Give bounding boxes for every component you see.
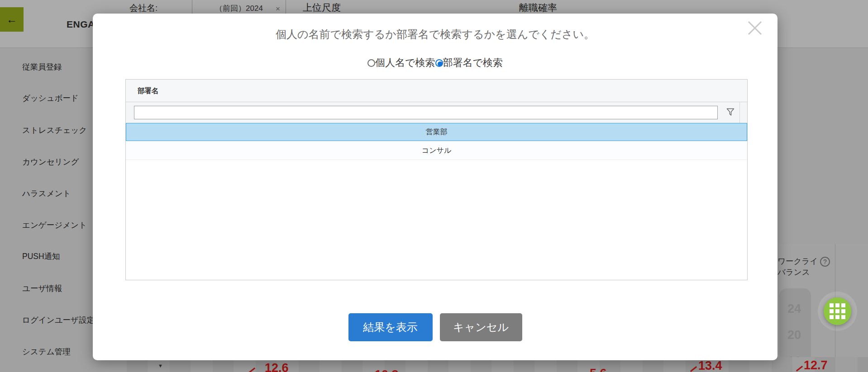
department-filter-input[interactable]	[134, 106, 718, 119]
dialog-button-row: 結果を表示 キャンセル	[93, 313, 777, 341]
radio-label: 個人名で検索	[375, 56, 435, 70]
radio-search-by-person[interactable]: 個人名で検索	[367, 56, 435, 70]
show-results-button[interactable]: 結果を表示	[348, 313, 433, 341]
radio-circle-icon	[367, 59, 375, 67]
table-row-sales-dept[interactable]: 営業部	[126, 123, 747, 141]
radio-circle-icon	[435, 59, 443, 67]
filter-gutter-divider	[739, 102, 740, 123]
search-mode-radio-group: 個人名で検索 部署名で検索	[93, 56, 777, 70]
table-row-consulting[interactable]: コンサル	[126, 141, 747, 160]
table-column-header: 部署名	[126, 80, 747, 102]
widget-launcher-button[interactable]	[824, 297, 851, 325]
grid-icon	[830, 303, 845, 319]
table-filter-row	[126, 102, 747, 123]
cancel-button[interactable]: キャンセル	[440, 313, 522, 341]
department-table: 部署名 営業部 コンサル	[125, 79, 748, 280]
radio-label: 部署名で検索	[443, 56, 503, 70]
radio-search-by-department[interactable]: 部署名で検索	[435, 56, 503, 70]
department-search-dialog: 個人の名前で検索するか部署名で検索するかを選んでください。 個人名で検索 部署名…	[93, 14, 777, 360]
screen: ← ENGAGE 会社名: （前回）2024 × 上位尺度 離職確率 従業員登録…	[0, 0, 868, 372]
filter-funnel-icon[interactable]	[726, 108, 735, 118]
dialog-title: 個人の名前で検索するか部署名で検索するかを選んでください。	[93, 27, 777, 42]
